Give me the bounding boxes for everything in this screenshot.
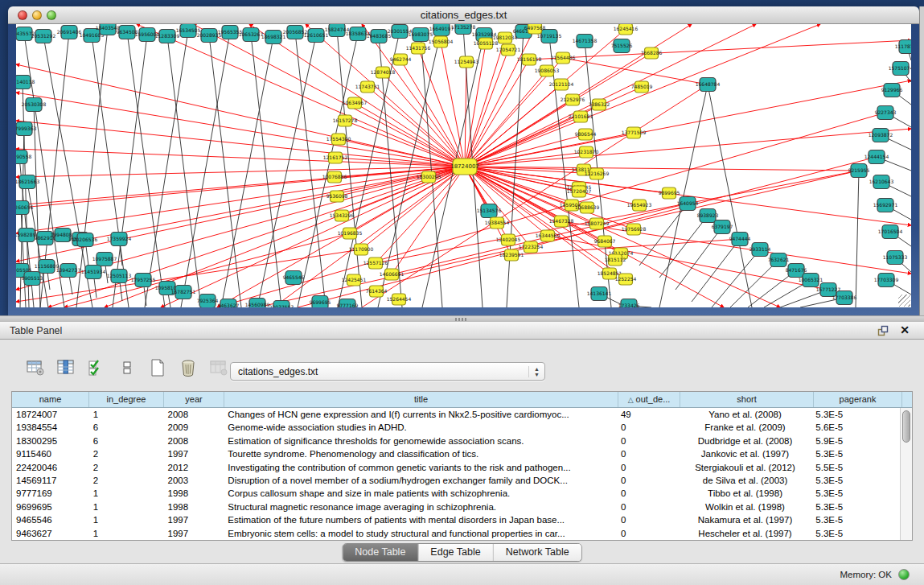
- rows-icon[interactable]: [116, 356, 138, 379]
- table-cell[interactable]: 9463627: [12, 527, 89, 540]
- table-cell[interactable]: 5.3E-5: [811, 408, 900, 421]
- column-header[interactable]: pagerank: [814, 392, 902, 407]
- table-row[interactable]: 1456911722003Disruption of a novel membe…: [12, 474, 900, 487]
- table-cell[interactable]: Structural magnetic resonance image aver…: [224, 501, 617, 513]
- graph-node[interactable]: 19086053: [535, 65, 560, 76]
- column-header[interactable]: in_degree: [89, 392, 164, 407]
- graph-node[interactable]: 7485019: [631, 81, 653, 93]
- table-row[interactable]: 1830029562008Estimation of significance …: [12, 435, 900, 447]
- graph-node[interactable]: 10231870: [574, 146, 599, 158]
- graph-node[interactable]: 12425451: [342, 274, 367, 286]
- graph-node[interactable]: 1815112: [605, 254, 626, 266]
- table-cell[interactable]: Dudbridge et al. (2008): [679, 435, 812, 447]
- table-cell[interactable]: 5.3E-5: [811, 447, 900, 460]
- table-cell[interactable]: 2: [89, 447, 164, 460]
- table-cell[interactable]: 1: [89, 513, 164, 526]
- graph-node[interactable]: 12444154: [864, 150, 889, 164]
- table-row[interactable]: 969969511998Structural magnetic resonanc…: [12, 501, 900, 513]
- graph-node[interactable]: 17359924: [107, 233, 132, 246]
- window-titlebar[interactable]: citations_edges.txt: [8, 6, 919, 24]
- table-cell[interactable]: Wolkin et al. (1998): [679, 501, 812, 513]
- graph-node[interactable]: 19384554: [485, 217, 510, 229]
- float-panel-icon[interactable]: [877, 325, 889, 336]
- table-cell[interactable]: 0: [617, 513, 679, 526]
- table-vertical-scrollbar[interactable]: [900, 408, 912, 540]
- column-header[interactable]: year: [164, 392, 224, 407]
- graph-node[interactable]: 7632621: [768, 253, 790, 267]
- table-cell[interactable]: Estimation of significance thresholds fo…: [224, 435, 617, 447]
- table-cell[interactable]: 5.9E-5: [811, 435, 900, 447]
- graph-node[interactable]: 22037553: [269, 301, 294, 308]
- column-header[interactable]: name: [12, 392, 89, 407]
- table-cell[interactable]: 1: [89, 487, 164, 500]
- graph-node[interactable]: 9777169: [337, 299, 359, 308]
- graph-node[interactable]: 20691406: [57, 26, 82, 39]
- table-selector[interactable]: citations_edges.txt ▲▼: [230, 362, 545, 381]
- column-select-icon[interactable]: [55, 356, 77, 379]
- table-cell[interactable]: Investigating the contribution of common…: [224, 461, 617, 474]
- graph-node[interactable]: 11170900: [349, 244, 374, 255]
- table-cell[interactable]: 1: [89, 501, 164, 513]
- table-row[interactable]: 1872400712008Changes of HCN gene express…: [12, 408, 900, 421]
- graph-node[interactable]: 9536098: [326, 191, 348, 202]
- graph-node[interactable]: 20121104: [549, 79, 574, 90]
- table-cell[interactable]: 9777169: [12, 487, 89, 500]
- table-cell[interactable]: 0: [617, 527, 679, 540]
- table-cell[interactable]: Tibbo et al. (1998): [679, 487, 812, 500]
- new-table-icon[interactable]: [146, 356, 169, 379]
- table-cell[interactable]: 0: [617, 487, 679, 500]
- table-cell[interactable]: 22420046: [12, 461, 89, 474]
- table-header-row[interactable]: namein_degreeyeartitle△out_de...shortpag…: [12, 392, 912, 408]
- table-cell[interactable]: Franke et al. (2009): [679, 421, 812, 434]
- table-cell[interactable]: 0: [617, 501, 679, 513]
- table-cell[interactable]: 2003: [164, 474, 224, 487]
- graph-node[interactable]: 20530308: [22, 98, 47, 112]
- table-cell[interactable]: 1997: [164, 513, 224, 526]
- graph-node[interactable]: 17223254: [519, 241, 544, 253]
- graph-node[interactable]: 9465546: [283, 271, 305, 285]
- graph-node[interactable]: 18724007: [450, 159, 479, 175]
- table-cell[interactable]: Nakamura et al. (1997): [679, 513, 812, 526]
- tab-edge-table[interactable]: Edge Table: [418, 544, 493, 561]
- divider-grip-icon[interactable]: [455, 318, 468, 321]
- table-cell[interactable]: Estimation of the future numbers of pati…: [224, 513, 617, 526]
- graph-node[interactable]: 21252976: [561, 94, 585, 105]
- table-cell[interactable]: 18724007: [12, 408, 89, 421]
- graph-node[interactable]: 11216269: [585, 168, 610, 179]
- graph-node[interactable]: 15056804: [429, 36, 454, 47]
- table-cell[interactable]: 1998: [164, 501, 224, 513]
- table-cell[interactable]: Tourette syndrome. Phenomenology and cla…: [224, 447, 617, 460]
- graph-node[interactable]: 9899695: [659, 187, 680, 199]
- graph-node[interactable]: 14606691: [380, 269, 405, 280]
- window-resize-grip[interactable]: [898, 295, 910, 307]
- graph-node[interactable]: 16245416: [614, 24, 639, 35]
- column-header[interactable]: △out_de...: [618, 392, 680, 407]
- graph-node[interactable]: 14671358: [573, 35, 598, 48]
- table-cell[interactable]: 6: [89, 435, 164, 447]
- table-cell[interactable]: 18300295: [12, 435, 89, 447]
- graph-node[interactable]: 9474444: [729, 233, 751, 246]
- graph-node[interactable]: 7515526: [611, 39, 633, 53]
- tab-network-table[interactable]: Network Table: [494, 544, 581, 561]
- table-cell[interactable]: 2009: [164, 421, 224, 434]
- graph-node[interactable]: 19654923: [627, 200, 652, 211]
- table-cell[interactable]: 0: [617, 421, 679, 434]
- graph-node[interactable]: 12874018: [371, 67, 396, 78]
- graph-node[interactable]: 11254943: [454, 56, 479, 68]
- table-cell[interactable]: 5.3E-5: [811, 474, 900, 487]
- table-cell[interactable]: 1997: [164, 527, 224, 540]
- graph-node[interactable]: 17016504: [878, 225, 903, 239]
- table-cell[interactable]: Disruption of a novel member of a sodium…: [224, 474, 617, 487]
- graph-node[interactable]: 15264454: [387, 294, 412, 305]
- table-cell[interactable]: 1997: [164, 447, 224, 460]
- network-canvas[interactable]: 9435572205312922069140610491603184035489…: [16, 24, 911, 307]
- scrollbar-thumb[interactable]: [902, 410, 910, 443]
- graph-node[interactable]: 1252254: [615, 274, 637, 285]
- graph-node[interactable]: 6379197: [712, 220, 733, 234]
- graph-node[interactable]: 18300295: [417, 171, 441, 183]
- graph-node[interactable]: 10634967: [343, 97, 368, 109]
- table-cell[interactable]: 0: [617, 447, 679, 460]
- table-cell[interactable]: 19384554: [12, 421, 89, 434]
- graph-node[interactable]: 10076886: [322, 171, 347, 183]
- table-settings-icon[interactable]: [24, 356, 47, 379]
